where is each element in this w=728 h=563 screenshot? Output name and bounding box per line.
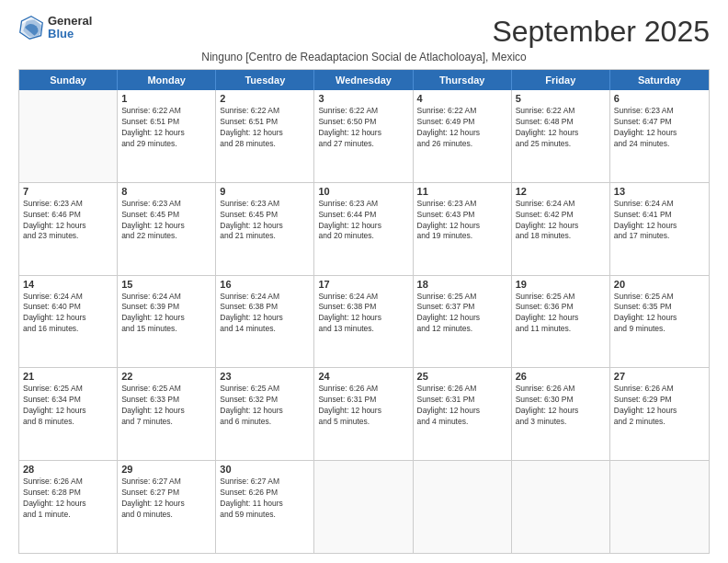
day-number: 28 (23, 464, 113, 475)
day-number: 22 (121, 371, 211, 382)
cal-week-1: 7Sunrise: 6:23 AM Sunset: 6:46 PM Daylig… (19, 183, 709, 276)
day-info: Sunrise: 6:26 AM Sunset: 6:31 PM Dayligh… (318, 384, 408, 428)
day-number: 12 (516, 186, 606, 197)
header-day-wednesday: Wednesday (314, 70, 413, 90)
cal-cell: 20Sunrise: 6:25 AM Sunset: 6:35 PM Dayli… (610, 276, 709, 368)
day-info: Sunrise: 6:24 AM Sunset: 6:40 PM Dayligh… (23, 292, 113, 336)
day-number: 25 (417, 371, 507, 382)
cal-cell: 21Sunrise: 6:25 AM Sunset: 6:34 PM Dayli… (19, 368, 118, 460)
cal-cell: 14Sunrise: 6:24 AM Sunset: 6:40 PM Dayli… (19, 276, 118, 368)
day-info: Sunrise: 6:26 AM Sunset: 6:30 PM Dayligh… (516, 384, 606, 428)
cal-cell: 30Sunrise: 6:27 AM Sunset: 6:26 PM Dayli… (216, 461, 314, 553)
day-info: Sunrise: 6:22 AM Sunset: 6:51 PM Dayligh… (220, 106, 310, 150)
day-number: 14 (23, 279, 113, 290)
day-info: Sunrise: 6:24 AM Sunset: 6:38 PM Dayligh… (220, 292, 310, 336)
cal-week-2: 14Sunrise: 6:24 AM Sunset: 6:40 PM Dayli… (19, 276, 709, 369)
cal-cell: 9Sunrise: 6:23 AM Sunset: 6:45 PM Daylig… (216, 183, 314, 275)
day-info: Sunrise: 6:24 AM Sunset: 6:42 PM Dayligh… (516, 199, 606, 243)
day-info: Sunrise: 6:25 AM Sunset: 6:34 PM Dayligh… (23, 384, 113, 428)
cal-cell: 10Sunrise: 6:23 AM Sunset: 6:44 PM Dayli… (314, 183, 413, 275)
cal-cell: 24Sunrise: 6:26 AM Sunset: 6:31 PM Dayli… (314, 368, 413, 460)
day-number: 4 (417, 93, 507, 104)
cal-cell (314, 461, 413, 553)
cal-cell: 6Sunrise: 6:23 AM Sunset: 6:47 PM Daylig… (610, 90, 709, 182)
cal-week-4: 28Sunrise: 6:26 AM Sunset: 6:28 PM Dayli… (19, 461, 709, 554)
day-info: Sunrise: 6:25 AM Sunset: 6:32 PM Dayligh… (220, 384, 310, 428)
logo-blue: Blue (48, 28, 92, 40)
day-info: Sunrise: 6:26 AM Sunset: 6:31 PM Dayligh… (417, 384, 507, 428)
cal-cell (610, 461, 709, 553)
day-number: 2 (220, 93, 310, 104)
day-info: Sunrise: 6:23 AM Sunset: 6:45 PM Dayligh… (121, 199, 211, 243)
cal-cell: 1Sunrise: 6:22 AM Sunset: 6:51 PM Daylig… (118, 90, 216, 182)
day-number: 9 (220, 186, 310, 197)
cal-cell: 29Sunrise: 6:27 AM Sunset: 6:27 PM Dayli… (118, 461, 216, 553)
day-number: 1 (121, 93, 211, 104)
day-number: 15 (121, 279, 211, 290)
day-info: Sunrise: 6:25 AM Sunset: 6:33 PM Dayligh… (121, 384, 211, 428)
cal-cell: 28Sunrise: 6:26 AM Sunset: 6:28 PM Dayli… (19, 461, 118, 553)
day-info: Sunrise: 6:25 AM Sunset: 6:35 PM Dayligh… (614, 292, 705, 336)
day-number: 16 (220, 279, 310, 290)
cal-cell: 3Sunrise: 6:22 AM Sunset: 6:50 PM Daylig… (314, 90, 413, 182)
cal-cell: 15Sunrise: 6:24 AM Sunset: 6:39 PM Dayli… (118, 276, 216, 368)
cal-cell: 5Sunrise: 6:22 AM Sunset: 6:48 PM Daylig… (512, 90, 610, 182)
day-number: 8 (121, 186, 211, 197)
day-info: Sunrise: 6:22 AM Sunset: 6:51 PM Dayligh… (121, 106, 211, 150)
header: General Blue September 2025 (18, 15, 710, 49)
day-info: Sunrise: 6:26 AM Sunset: 6:29 PM Dayligh… (614, 384, 705, 428)
day-info: Sunrise: 6:25 AM Sunset: 6:37 PM Dayligh… (417, 292, 507, 336)
day-number: 20 (614, 279, 705, 290)
day-info: Sunrise: 6:27 AM Sunset: 6:26 PM Dayligh… (220, 477, 310, 521)
header-day-thursday: Thursday (414, 70, 512, 90)
cal-cell: 2Sunrise: 6:22 AM Sunset: 6:51 PM Daylig… (216, 90, 314, 182)
cal-cell: 13Sunrise: 6:24 AM Sunset: 6:41 PM Dayli… (610, 183, 709, 275)
day-info: Sunrise: 6:22 AM Sunset: 6:48 PM Dayligh… (516, 106, 606, 150)
day-info: Sunrise: 6:24 AM Sunset: 6:39 PM Dayligh… (121, 292, 211, 336)
cal-cell: 12Sunrise: 6:24 AM Sunset: 6:42 PM Dayli… (512, 183, 610, 275)
day-number: 11 (417, 186, 507, 197)
header-day-friday: Friday (512, 70, 610, 90)
cal-cell: 17Sunrise: 6:24 AM Sunset: 6:38 PM Dayli… (314, 276, 413, 368)
day-number: 29 (121, 464, 211, 475)
header-day-tuesday: Tuesday (216, 70, 314, 90)
day-info: Sunrise: 6:22 AM Sunset: 6:50 PM Dayligh… (318, 106, 408, 150)
day-info: Sunrise: 6:23 AM Sunset: 6:44 PM Dayligh… (318, 199, 408, 243)
cal-week-0: 1Sunrise: 6:22 AM Sunset: 6:51 PM Daylig… (19, 90, 709, 183)
header-day-saturday: Saturday (610, 70, 709, 90)
day-number: 26 (516, 371, 606, 382)
day-number: 6 (614, 93, 705, 104)
day-number: 18 (417, 279, 507, 290)
day-info: Sunrise: 6:22 AM Sunset: 6:49 PM Dayligh… (417, 106, 507, 150)
cal-cell: 23Sunrise: 6:25 AM Sunset: 6:32 PM Dayli… (216, 368, 314, 460)
day-number: 30 (220, 464, 310, 475)
cal-cell: 27Sunrise: 6:26 AM Sunset: 6:29 PM Dayli… (610, 368, 709, 460)
cal-week-3: 21Sunrise: 6:25 AM Sunset: 6:34 PM Dayli… (19, 368, 709, 461)
calendar-body: 1Sunrise: 6:22 AM Sunset: 6:51 PM Daylig… (19, 90, 709, 554)
cal-cell: 11Sunrise: 6:23 AM Sunset: 6:43 PM Dayli… (414, 183, 512, 275)
day-number: 3 (318, 93, 408, 104)
day-info: Sunrise: 6:23 AM Sunset: 6:47 PM Dayligh… (614, 106, 705, 150)
logo-icon (18, 15, 44, 40)
cal-cell: 16Sunrise: 6:24 AM Sunset: 6:38 PM Dayli… (216, 276, 314, 368)
cal-cell: 19Sunrise: 6:25 AM Sunset: 6:36 PM Dayli… (512, 276, 610, 368)
page: General Blue September 2025 Ninguno [Cen… (0, 0, 728, 563)
day-number: 10 (318, 186, 408, 197)
day-number: 7 (23, 186, 113, 197)
cal-cell (19, 90, 118, 182)
day-number: 23 (220, 371, 310, 382)
calendar: SundayMondayTuesdayWednesdayThursdayFrid… (18, 69, 710, 554)
cal-cell: 18Sunrise: 6:25 AM Sunset: 6:37 PM Dayli… (414, 276, 512, 368)
cal-cell (414, 461, 512, 553)
day-info: Sunrise: 6:24 AM Sunset: 6:41 PM Dayligh… (614, 199, 705, 243)
day-info: Sunrise: 6:23 AM Sunset: 6:46 PM Dayligh… (23, 199, 113, 243)
header-day-sunday: Sunday (19, 70, 118, 90)
day-number: 27 (614, 371, 705, 382)
title-block: September 2025 (492, 15, 710, 49)
cal-cell: 8Sunrise: 6:23 AM Sunset: 6:45 PM Daylig… (118, 183, 216, 275)
logo-general: General (48, 15, 92, 28)
day-number: 21 (23, 371, 113, 382)
cal-cell (512, 461, 610, 553)
day-number: 19 (516, 279, 606, 290)
cal-cell: 7Sunrise: 6:23 AM Sunset: 6:46 PM Daylig… (19, 183, 118, 275)
